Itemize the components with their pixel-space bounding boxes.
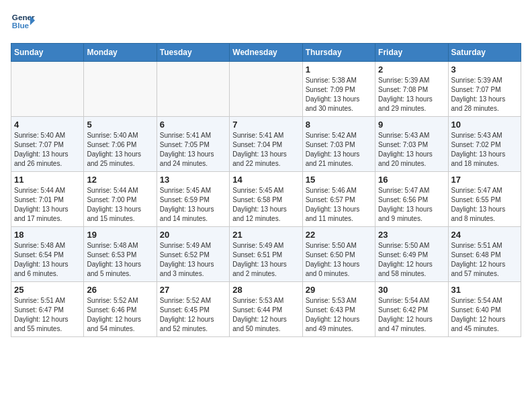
day-header-thursday: Thursday xyxy=(302,44,375,62)
day-number: 20 xyxy=(160,230,226,240)
day-info: Sunrise: 5:50 AM Sunset: 6:49 PM Dayligh… xyxy=(378,241,445,279)
calendar-cell: 4Sunrise: 5:40 AM Sunset: 7:07 PM Daylig… xyxy=(11,117,84,172)
day-info: Sunrise: 5:44 AM Sunset: 7:01 PM Dayligh… xyxy=(14,186,81,224)
calendar-cell: 18Sunrise: 5:48 AM Sunset: 6:54 PM Dayli… xyxy=(11,227,84,282)
day-number: 9 xyxy=(378,120,445,130)
svg-text:Blue: Blue xyxy=(12,21,30,30)
calendar-table: SundayMondayTuesdayWednesdayThursdayFrid… xyxy=(11,43,521,337)
calendar-cell: 9Sunrise: 5:43 AM Sunset: 7:03 PM Daylig… xyxy=(375,117,448,172)
day-info: Sunrise: 5:41 AM Sunset: 7:04 PM Dayligh… xyxy=(232,131,299,169)
day-number: 14 xyxy=(232,175,299,185)
day-number: 16 xyxy=(378,175,445,185)
calendar-cell: 7Sunrise: 5:41 AM Sunset: 7:04 PM Daylig… xyxy=(230,117,302,172)
day-info: Sunrise: 5:40 AM Sunset: 7:07 PM Dayligh… xyxy=(14,131,81,169)
calendar-cell: 17Sunrise: 5:47 AM Sunset: 6:55 PM Dayli… xyxy=(448,172,521,227)
calendar-cell xyxy=(230,62,302,117)
day-number: 1 xyxy=(306,64,372,75)
calendar-week-4: 18Sunrise: 5:48 AM Sunset: 6:54 PM Dayli… xyxy=(11,227,521,282)
calendar-cell: 28Sunrise: 5:53 AM Sunset: 6:44 PM Dayli… xyxy=(230,282,302,337)
day-number: 22 xyxy=(306,230,372,240)
day-info: Sunrise: 5:53 AM Sunset: 6:44 PM Dayligh… xyxy=(232,296,299,334)
day-info: Sunrise: 5:51 AM Sunset: 6:47 PM Dayligh… xyxy=(14,296,81,334)
calendar-cell: 30Sunrise: 5:54 AM Sunset: 6:42 PM Dayli… xyxy=(375,282,448,337)
calendar-week-1: 1Sunrise: 5:38 AM Sunset: 7:09 PM Daylig… xyxy=(11,62,521,117)
day-header-saturday: Saturday xyxy=(448,44,521,62)
calendar-cell xyxy=(84,62,157,117)
day-info: Sunrise: 5:53 AM Sunset: 6:43 PM Dayligh… xyxy=(306,296,372,334)
day-header-tuesday: Tuesday xyxy=(157,44,229,62)
calendar-cell: 24Sunrise: 5:51 AM Sunset: 6:48 PM Dayli… xyxy=(448,227,521,282)
calendar-cell: 23Sunrise: 5:50 AM Sunset: 6:49 PM Dayli… xyxy=(375,227,448,282)
day-info: Sunrise: 5:45 AM Sunset: 6:59 PM Dayligh… xyxy=(160,186,226,224)
day-number: 30 xyxy=(378,285,445,295)
day-info: Sunrise: 5:41 AM Sunset: 7:05 PM Dayligh… xyxy=(160,131,226,169)
day-number: 24 xyxy=(451,230,518,240)
day-number: 13 xyxy=(160,175,226,185)
calendar-cell: 21Sunrise: 5:49 AM Sunset: 6:51 PM Dayli… xyxy=(230,227,302,282)
page-header: General Blue xyxy=(11,11,521,35)
calendar-cell: 5Sunrise: 5:40 AM Sunset: 7:06 PM Daylig… xyxy=(84,117,157,172)
day-info: Sunrise: 5:51 AM Sunset: 6:48 PM Dayligh… xyxy=(451,241,518,279)
calendar-cell: 26Sunrise: 5:52 AM Sunset: 6:46 PM Dayli… xyxy=(84,282,157,337)
calendar-cell: 1Sunrise: 5:38 AM Sunset: 7:09 PM Daylig… xyxy=(302,62,375,117)
calendar-header-row: SundayMondayTuesdayWednesdayThursdayFrid… xyxy=(11,44,521,62)
day-info: Sunrise: 5:52 AM Sunset: 6:46 PM Dayligh… xyxy=(87,296,153,334)
day-number: 21 xyxy=(232,230,299,240)
day-number: 3 xyxy=(451,64,518,75)
calendar-cell xyxy=(11,62,84,117)
day-info: Sunrise: 5:45 AM Sunset: 6:58 PM Dayligh… xyxy=(232,186,299,224)
day-info: Sunrise: 5:48 AM Sunset: 6:54 PM Dayligh… xyxy=(14,241,81,279)
day-info: Sunrise: 5:40 AM Sunset: 7:06 PM Dayligh… xyxy=(87,131,153,169)
calendar-cell: 29Sunrise: 5:53 AM Sunset: 6:43 PM Dayli… xyxy=(302,282,375,337)
day-number: 27 xyxy=(160,285,226,295)
day-number: 25 xyxy=(14,285,81,295)
day-number: 19 xyxy=(87,230,153,240)
day-number: 5 xyxy=(87,120,153,130)
day-header-wednesday: Wednesday xyxy=(230,44,302,62)
calendar-cell: 12Sunrise: 5:44 AM Sunset: 7:00 PM Dayli… xyxy=(84,172,157,227)
calendar-cell: 8Sunrise: 5:42 AM Sunset: 7:03 PM Daylig… xyxy=(302,117,375,172)
day-number: 12 xyxy=(87,175,153,185)
day-number: 6 xyxy=(160,120,226,130)
logo-icon: General Blue xyxy=(11,11,35,35)
day-info: Sunrise: 5:46 AM Sunset: 6:57 PM Dayligh… xyxy=(306,186,372,224)
day-number: 26 xyxy=(87,285,153,295)
calendar-cell: 20Sunrise: 5:49 AM Sunset: 6:52 PM Dayli… xyxy=(157,227,229,282)
day-info: Sunrise: 5:47 AM Sunset: 6:56 PM Dayligh… xyxy=(378,186,445,224)
day-number: 10 xyxy=(451,120,518,130)
calendar-cell: 15Sunrise: 5:46 AM Sunset: 6:57 PM Dayli… xyxy=(302,172,375,227)
day-header-sunday: Sunday xyxy=(11,44,84,62)
calendar-cell xyxy=(157,62,229,117)
day-info: Sunrise: 5:52 AM Sunset: 6:45 PM Dayligh… xyxy=(160,296,226,334)
day-number: 23 xyxy=(378,230,445,240)
day-number: 8 xyxy=(306,120,372,130)
calendar-cell: 13Sunrise: 5:45 AM Sunset: 6:59 PM Dayli… xyxy=(157,172,229,227)
day-info: Sunrise: 5:48 AM Sunset: 6:53 PM Dayligh… xyxy=(87,241,153,279)
day-number: 31 xyxy=(451,285,518,295)
day-info: Sunrise: 5:43 AM Sunset: 7:03 PM Dayligh… xyxy=(378,131,445,169)
calendar-cell: 6Sunrise: 5:41 AM Sunset: 7:05 PM Daylig… xyxy=(157,117,229,172)
day-info: Sunrise: 5:49 AM Sunset: 6:51 PM Dayligh… xyxy=(232,241,299,279)
calendar-cell: 16Sunrise: 5:47 AM Sunset: 6:56 PM Dayli… xyxy=(375,172,448,227)
calendar-week-5: 25Sunrise: 5:51 AM Sunset: 6:47 PM Dayli… xyxy=(11,282,521,337)
day-number: 17 xyxy=(451,175,518,185)
day-number: 11 xyxy=(14,175,81,185)
day-info: Sunrise: 5:49 AM Sunset: 6:52 PM Dayligh… xyxy=(160,241,226,279)
calendar-cell: 11Sunrise: 5:44 AM Sunset: 7:01 PM Dayli… xyxy=(11,172,84,227)
day-info: Sunrise: 5:54 AM Sunset: 6:42 PM Dayligh… xyxy=(378,296,445,334)
day-info: Sunrise: 5:38 AM Sunset: 7:09 PM Dayligh… xyxy=(306,76,372,113)
calendar-cell: 27Sunrise: 5:52 AM Sunset: 6:45 PM Dayli… xyxy=(157,282,229,337)
day-info: Sunrise: 5:39 AM Sunset: 7:08 PM Dayligh… xyxy=(378,76,445,113)
day-info: Sunrise: 5:54 AM Sunset: 6:40 PM Dayligh… xyxy=(451,296,518,334)
calendar-week-2: 4Sunrise: 5:40 AM Sunset: 7:07 PM Daylig… xyxy=(11,117,521,172)
day-number: 7 xyxy=(232,120,299,130)
calendar-week-3: 11Sunrise: 5:44 AM Sunset: 7:01 PM Dayli… xyxy=(11,172,521,227)
calendar-cell: 31Sunrise: 5:54 AM Sunset: 6:40 PM Dayli… xyxy=(448,282,521,337)
day-info: Sunrise: 5:44 AM Sunset: 7:00 PM Dayligh… xyxy=(87,186,153,224)
calendar-cell: 2Sunrise: 5:39 AM Sunset: 7:08 PM Daylig… xyxy=(375,62,448,117)
day-number: 15 xyxy=(306,175,372,185)
calendar-cell: 19Sunrise: 5:48 AM Sunset: 6:53 PM Dayli… xyxy=(84,227,157,282)
day-number: 2 xyxy=(378,64,445,75)
day-header-friday: Friday xyxy=(375,44,448,62)
day-header-monday: Monday xyxy=(84,44,157,62)
